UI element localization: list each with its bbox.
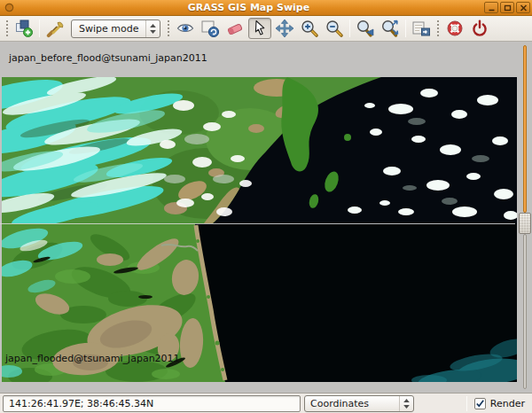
coordinates-value: 141:26:41.97E; 38:46:45.34N [9,398,153,409]
statusbar-separator [466,396,467,411]
toolbar-separator [39,19,40,37]
zoom-back-icon [356,19,375,38]
bottom-layer-label: japan_flooded@tsunami_japan2011 [5,353,180,364]
toolbar-grip[interactable] [436,19,440,37]
map-before-layer [2,77,517,232]
minimize-icon [488,4,496,12]
zoom-out-button[interactable] [323,18,346,39]
settings-button[interactable] [43,18,66,39]
swipe-mode-value: Swipe mode [72,23,145,35]
maximize-icon [504,4,512,12]
map-panel: japan_before_flood@tsunami_japan2011 [0,42,532,393]
render-map-button[interactable] [199,18,222,39]
power-icon [470,19,489,38]
add-raster-maps-button[interactable] [12,18,35,39]
tools-wrench-icon [45,19,65,38]
render-checkbox[interactable] [474,398,486,409]
slider-track-empty[interactable] [523,234,527,389]
slider-thumb[interactable] [519,213,531,234]
help-lifering-icon [445,19,465,38]
quit-button[interactable] [468,18,491,39]
statusbar-mode-select[interactable]: Coordinates [304,395,414,412]
save-display-button[interactable] [410,18,433,39]
grass-map-swipe-window: GRASS GIS Map Swipe [0,0,532,413]
close-button[interactable] [516,2,530,13]
checkmark-icon [475,399,485,409]
top-layer-label: japan_before_flood@tsunami_japan2011 [9,52,207,64]
export-map-icon [411,19,431,38]
erase-display-button[interactable] [223,18,246,39]
eraser-icon [225,19,245,38]
slider-track-filled[interactable] [523,45,527,213]
pan-arrows-icon [275,19,294,38]
close-icon [520,4,528,12]
combo-stepper [399,396,413,411]
eye-icon [176,19,195,38]
toolbar-separator [405,19,406,37]
map-image[interactable] [2,77,517,382]
updown-arrows-icon [403,398,411,409]
statusbar: 141:26:41.97E; 38:46:45.34N Coordinates … [0,393,532,413]
render-label: Render [490,398,525,409]
map-display[interactable]: japan_flooded@tsunami_japan2011 [2,77,517,382]
minimize-button[interactable] [484,2,498,13]
toolbar: Swipe mode [0,16,532,42]
window-title: GRASS GIS Map Swipe [15,2,482,13]
pointer-button[interactable] [248,18,271,39]
toolbar-separator [349,19,350,37]
coordinates-display: 141:26:41.97E; 38:46:45.34N [3,395,301,412]
toolbar-grip[interactable] [5,19,9,37]
toolbar-grip[interactable] [167,19,170,37]
zoom-extent-icon [380,19,400,38]
show-layers-button[interactable] [174,18,197,39]
statusbar-mode-value: Coordinates [305,398,399,409]
updown-arrows-icon [149,23,157,35]
zoom-in-icon [300,19,319,38]
help-button[interactable] [443,18,466,39]
maximize-button[interactable] [500,2,514,13]
combo-stepper [145,20,160,37]
pan-button[interactable] [273,18,296,39]
pointer-icon [250,19,270,38]
swipe-divider-line[interactable] [0,223,515,224]
render-map-icon [200,19,220,38]
swipe-slider [519,42,531,393]
zoom-out-icon [325,19,344,38]
window-icon [4,2,15,13]
render-option: Render [474,398,525,409]
zoom-to-extent-button[interactable] [379,18,402,39]
previous-zoom-button[interactable] [354,18,377,39]
zoom-in-button[interactable] [298,18,321,39]
swipe-mode-select[interactable]: Swipe mode [71,19,160,38]
add-maps-icon [14,19,34,38]
titlebar[interactable]: GRASS GIS Map Swipe [0,0,532,16]
